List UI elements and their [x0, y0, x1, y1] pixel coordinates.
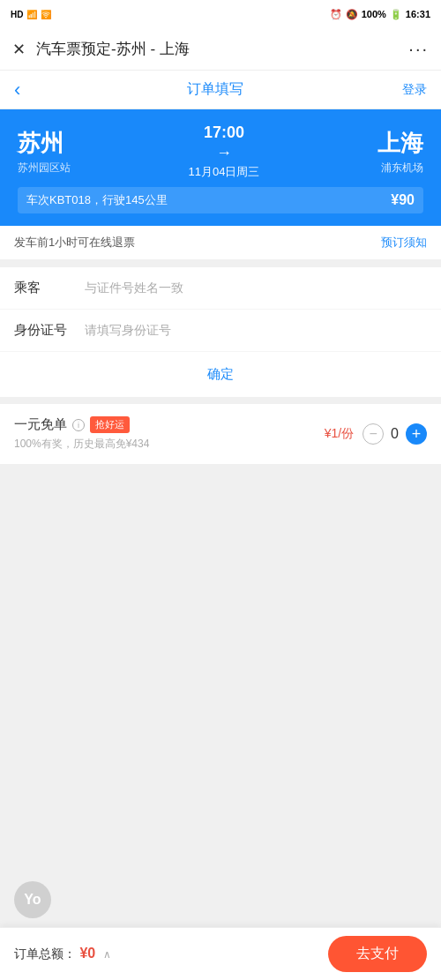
promo-right: ¥1/份 − 0 + [325, 423, 427, 445]
close-icon[interactable]: ✕ [12, 40, 26, 59]
passenger-row: 乘客 与证件号姓名一致 [0, 267, 441, 310]
login-button[interactable]: 登录 [402, 82, 427, 98]
nav-bar: ‹ 订单填写 登录 [0, 71, 441, 109]
id-value[interactable]: 请填写身份证号 [85, 323, 427, 339]
passenger-value[interactable]: 与证件号姓名一致 [85, 281, 427, 296]
total-label: 订单总额： [14, 946, 76, 961]
notice-text: 发车前1小时可在线退票 [14, 235, 135, 251]
promo-section: 一元免单 i 抢好运 100%有奖，历史最高免¥434 ¥1/份 − 0 + [0, 404, 441, 464]
promo-sub: 100%有奖，历史最高免¥434 [14, 437, 149, 452]
promo-count: 0 [391, 426, 399, 442]
page-title: 汽车票预定-苏州 - 上海 [36, 39, 408, 59]
promo-info-icon[interactable]: i [72, 419, 85, 431]
direction-arrow: → [71, 144, 377, 162]
battery-icon: 🔋 [390, 9, 402, 20]
promo-minus-button[interactable]: − [363, 423, 384, 445]
total-section: 订单总额： ¥0 ∧ [14, 946, 111, 962]
status-bar: HD 📶 🛜 ⏰ 🔕 100% 🔋 16:31 [0, 0, 441, 28]
to-city: 上海 浦东机场 [377, 128, 423, 176]
from-station: 苏州园区站 [18, 161, 71, 176]
booking-notice-link[interactable]: 预订须知 [381, 235, 427, 251]
route-info-bar: 车次KBT018，行驶145公里 ¥90 [18, 187, 423, 213]
avatar: Yo [14, 881, 51, 918]
expand-arrow-icon[interactable]: ∧ [103, 948, 111, 961]
nav-title: 订单填写 [27, 80, 402, 99]
promo-header: 一元免单 i 抢好运 [14, 416, 149, 433]
departure-date: 11月04日周三 [71, 164, 377, 180]
form-section: 乘客 与证件号姓名一致 身份证号 请填写身份证号 确定 [0, 267, 441, 397]
more-icon[interactable]: ··· [408, 39, 429, 59]
route-middle: 17:00 → 11月04日周三 [71, 123, 377, 180]
pay-button[interactable]: 去支付 [328, 936, 427, 972]
promo-title: 一元免单 [14, 416, 67, 433]
network-icon: HD [11, 10, 23, 19]
status-left: HD 📶 🛜 [11, 10, 51, 19]
silent-icon: 🔕 [346, 9, 358, 20]
promo-tag: 抢好运 [90, 416, 130, 433]
id-row: 身份证号 请填写身份证号 [0, 310, 441, 352]
route-row: 苏州 苏州园区站 17:00 → 11月04日周三 上海 浦东机场 [18, 123, 423, 180]
from-city: 苏州 苏州园区站 [18, 128, 71, 176]
passenger-label: 乘客 [14, 280, 85, 296]
time-display: 16:31 [406, 9, 430, 19]
battery-text: 100% [362, 9, 386, 19]
status-right: ⏰ 🔕 100% 🔋 16:31 [330, 9, 430, 20]
promo-controls: − 0 + [363, 423, 427, 445]
promo-price: ¥1/份 [325, 426, 354, 442]
promo-left: 一元免单 i 抢好运 100%有奖，历史最高免¥434 [14, 416, 149, 452]
to-city-name: 上海 [377, 128, 423, 159]
promo-plus-button[interactable]: + [406, 423, 427, 445]
confirm-button[interactable]: 确定 [186, 363, 255, 386]
avatar-initials: Yo [24, 892, 41, 908]
back-button[interactable]: ‹ [14, 79, 20, 101]
wifi-icon: 🛜 [41, 10, 51, 19]
id-label: 身份证号 [14, 322, 85, 339]
confirm-row: 确定 [0, 352, 441, 397]
title-bar: ✕ 汽车票预定-苏州 - 上海 ··· [0, 28, 441, 71]
ticket-price: ¥90 [391, 192, 415, 208]
from-city-name: 苏州 [18, 128, 71, 159]
signal-icon: 📶 [26, 10, 37, 19]
promo-row: 一元免单 i 抢好运 100%有奖，历史最高免¥434 ¥1/份 − 0 + [14, 416, 427, 452]
departure-time: 17:00 [71, 123, 377, 142]
total-amount: ¥0 [79, 946, 95, 961]
train-info: 车次KBT018，行驶145公里 [26, 192, 168, 208]
gray-fill [0, 464, 441, 782]
notice-bar: 发车前1小时可在线退票 预订须知 [0, 226, 441, 260]
route-card: 苏州 苏州园区站 17:00 → 11月04日周三 上海 浦东机场 车次KBT0… [0, 109, 441, 226]
bottom-bar: 订单总额： ¥0 ∧ 去支付 [0, 927, 441, 980]
to-station: 浦东机场 [377, 161, 423, 176]
alarm-icon: ⏰ [330, 9, 342, 20]
